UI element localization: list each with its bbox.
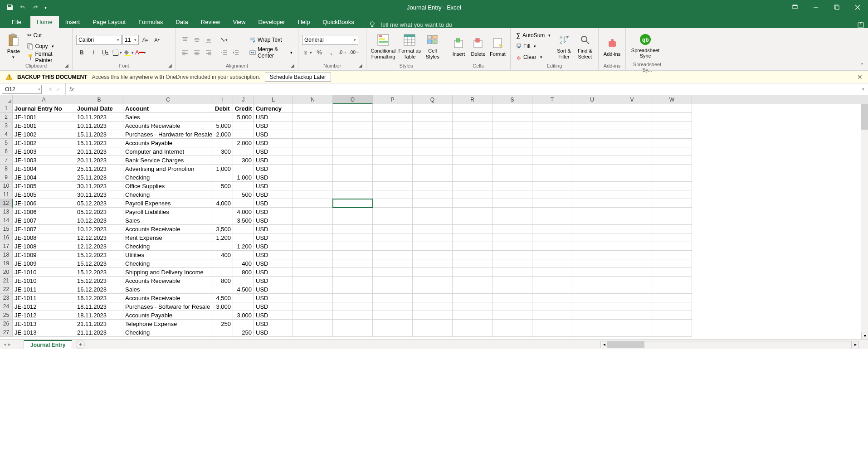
cell-S13[interactable] <box>493 208 532 216</box>
cell-I11[interactable] <box>213 190 233 199</box>
cell-L25[interactable]: USD <box>254 311 293 320</box>
row-header-11[interactable]: 11 <box>0 190 13 199</box>
cell-U19[interactable] <box>572 259 612 268</box>
cell-L11[interactable]: USD <box>254 190 293 199</box>
cell-I26[interactable]: 250 <box>213 320 233 328</box>
cell-R3[interactable] <box>453 122 493 130</box>
cell-R26[interactable] <box>453 320 493 328</box>
cell-W11[interactable] <box>652 190 692 199</box>
enter-formula-icon[interactable]: ✓ <box>56 86 61 92</box>
cell-N22[interactable] <box>293 285 333 294</box>
cell-J9[interactable]: 1,000 <box>233 173 254 182</box>
cell-I23[interactable]: 4,500 <box>213 294 233 302</box>
number-dialog-launcher[interactable]: ◢ <box>359 63 364 68</box>
fx-icon[interactable]: fx <box>66 86 78 92</box>
cell-O26[interactable] <box>333 320 373 328</box>
cell-S7[interactable] <box>493 156 532 165</box>
cell-J12[interactable] <box>233 199 254 208</box>
cell-R4[interactable] <box>453 130 493 139</box>
cell-R10[interactable] <box>453 182 493 190</box>
align-right-icon[interactable] <box>203 48 214 58</box>
tab-quickbooks[interactable]: QuickBooks <box>316 16 360 28</box>
cell-V7[interactable] <box>612 156 652 165</box>
cell-B1[interactable]: Journal Date <box>75 104 123 113</box>
share-icon[interactable] <box>857 21 864 28</box>
cell-N10[interactable] <box>293 182 333 190</box>
cell-N26[interactable] <box>293 320 333 328</box>
cell-R14[interactable] <box>453 216 493 225</box>
cell-P15[interactable] <box>373 225 413 233</box>
row-header-18[interactable]: 18 <box>0 251 13 259</box>
cell-I2[interactable] <box>213 113 233 122</box>
row-header-26[interactable]: 26 <box>0 320 13 328</box>
schedule-backup-button[interactable]: Schedule Backup Later <box>265 73 331 82</box>
cell-S21[interactable] <box>493 277 532 285</box>
cell-I21[interactable]: 800 <box>213 277 233 285</box>
cell-L3[interactable]: USD <box>254 122 293 130</box>
cell-S18[interactable] <box>493 251 532 259</box>
tab-data[interactable]: Data <box>169 16 194 28</box>
cell-I14[interactable] <box>213 216 233 225</box>
cell-styles-button[interactable]: Cell Styles <box>423 31 442 62</box>
cell-B22[interactable]: 16.12.2023 <box>75 285 123 294</box>
font-dialog-launcher[interactable]: ◢ <box>168 63 174 68</box>
cell-V25[interactable] <box>612 311 652 320</box>
close-icon[interactable] <box>847 0 868 15</box>
cell-T22[interactable] <box>532 285 572 294</box>
column-header-B[interactable]: B <box>75 95 123 104</box>
cell-C11[interactable]: Checking <box>123 190 213 199</box>
cell-B25[interactable]: 18.11.2023 <box>75 311 123 320</box>
cell-S15[interactable] <box>493 225 532 233</box>
cell-J11[interactable]: 500 <box>233 190 254 199</box>
cell-R11[interactable] <box>453 190 493 199</box>
cell-U6[interactable] <box>572 147 612 156</box>
cell-S11[interactable] <box>493 190 532 199</box>
cell-V9[interactable] <box>612 173 652 182</box>
cell-O13[interactable] <box>333 208 373 216</box>
cell-A25[interactable]: JE-1012 <box>13 311 75 320</box>
cell-I10[interactable]: 500 <box>213 182 233 190</box>
clear-button[interactable]: Clear▾ <box>514 52 552 62</box>
collapse-ribbon-icon[interactable]: ⌃ <box>860 62 864 68</box>
cell-Q7[interactable] <box>413 156 453 165</box>
cell-A20[interactable]: JE-1010 <box>13 268 75 277</box>
cell-A18[interactable]: JE-1009 <box>13 251 75 259</box>
row-header-5[interactable]: 5 <box>0 139 13 147</box>
cell-I18[interactable]: 400 <box>213 251 233 259</box>
cell-I25[interactable] <box>213 311 233 320</box>
cell-V11[interactable] <box>612 190 652 199</box>
cell-N8[interactable] <box>293 165 333 173</box>
cell-N23[interactable] <box>293 294 333 302</box>
cell-T13[interactable] <box>532 208 572 216</box>
cell-B26[interactable]: 21.11.2023 <box>75 320 123 328</box>
cell-J4[interactable] <box>233 130 254 139</box>
row-header-16[interactable]: 16 <box>0 233 13 242</box>
cell-L21[interactable]: USD <box>254 277 293 285</box>
row-header-8[interactable]: 8 <box>0 165 13 173</box>
cell-O15[interactable] <box>333 225 373 233</box>
tab-developer[interactable]: Developer <box>252 16 291 28</box>
cell-B6[interactable]: 20.11.2023 <box>75 147 123 156</box>
cell-B16[interactable]: 12.12.2023 <box>75 233 123 242</box>
cell-N1[interactable] <box>293 104 333 113</box>
cell-A27[interactable]: JE-1013 <box>13 328 75 337</box>
cell-Q18[interactable] <box>413 251 453 259</box>
cell-Q17[interactable] <box>413 242 453 251</box>
cell-J21[interactable] <box>233 277 254 285</box>
cell-C3[interactable]: Accounts Receivable <box>123 122 213 130</box>
redo-icon[interactable] <box>32 4 39 11</box>
cell-T14[interactable] <box>532 216 572 225</box>
cell-W23[interactable] <box>652 294 692 302</box>
cell-S9[interactable] <box>493 173 532 182</box>
cell-I13[interactable] <box>213 208 233 216</box>
number-format-combo[interactable]: General▾ <box>302 35 358 45</box>
cell-O7[interactable] <box>333 156 373 165</box>
cell-U12[interactable] <box>572 199 612 208</box>
cell-W4[interactable] <box>652 130 692 139</box>
cell-Q10[interactable] <box>413 182 453 190</box>
cell-W8[interactable] <box>652 165 692 173</box>
cell-I27[interactable] <box>213 328 233 337</box>
tab-help[interactable]: Help <box>292 16 317 28</box>
cell-A8[interactable]: JE-1004 <box>13 165 75 173</box>
cell-T12[interactable] <box>532 199 572 208</box>
